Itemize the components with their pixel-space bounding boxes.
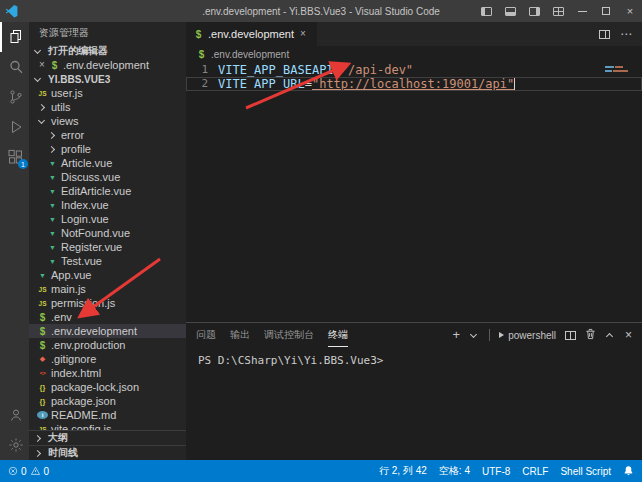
- tree-item-login-vue[interactable]: Login.vue: [29, 212, 186, 226]
- tab-env-development[interactable]: .env.development ×: [186, 22, 317, 46]
- open-editor-item[interactable]: × .env.development: [29, 58, 186, 72]
- tree-item-main-js[interactable]: main.js: [29, 282, 186, 296]
- toggle-sidebar-icon[interactable]: [474, 0, 498, 22]
- maximize-panel-icon[interactable]: [606, 333, 613, 340]
- tree-item-editarticle-vue[interactable]: EditArticle.vue: [29, 184, 186, 198]
- outline-section-header[interactable]: 大纲: [29, 430, 186, 445]
- activity-extensions-button[interactable]: 1: [0, 142, 29, 172]
- code-token-variable: VITE_APP_BASEAPI: [218, 63, 334, 77]
- tree-item-label: main.js: [51, 283, 86, 295]
- account-button[interactable]: [0, 400, 29, 430]
- close-button[interactable]: ×: [618, 0, 642, 22]
- chevron-right-icon: [48, 131, 55, 138]
- terminal-shell-icon: [499, 332, 504, 338]
- tree-item-article-vue[interactable]: Article.vue: [29, 156, 186, 170]
- tree-item-index-vue[interactable]: Index.vue: [29, 198, 186, 212]
- tree-item-gitignore[interactable]: .gitignore: [29, 352, 186, 366]
- tab-output[interactable]: 输出: [230, 323, 250, 347]
- terminal-shell-item[interactable]: powershell: [499, 330, 556, 341]
- split-terminal-icon[interactable]: [565, 331, 576, 340]
- tree-item-discuss-vue[interactable]: Discuss.vue: [29, 170, 186, 184]
- minimap[interactable]: [605, 66, 628, 72]
- restore-button[interactable]: [594, 0, 618, 22]
- code-editor[interactable]: 1 VITE_APP_BASEAPI = "/api-dev" 2 VITE_A…: [186, 62, 642, 322]
- new-terminal-icon[interactable]: +: [453, 330, 461, 340]
- tree-item-label: .env.production: [51, 339, 125, 351]
- tree-item-env[interactable]: .env: [29, 310, 186, 324]
- tree-item-label: .env.development: [51, 325, 137, 337]
- problems-status[interactable]: 0 0: [8, 466, 49, 477]
- code-token-variable: VITE_APP_URL: [218, 77, 305, 91]
- minimize-button[interactable]: [570, 0, 594, 22]
- timeline-label: 时间线: [48, 446, 78, 460]
- chevron-right-icon: [34, 434, 41, 441]
- terminal-output[interactable]: PS D:\CSharp\Yi\Yi.BBS.Vue3>: [186, 347, 642, 460]
- eol-sequence[interactable]: CRLF: [522, 466, 548, 477]
- chevron-down-icon[interactable]: [470, 330, 477, 337]
- tree-item-package-json[interactable]: package.json: [29, 394, 186, 408]
- encoding[interactable]: UTF-8: [482, 466, 510, 477]
- tree-item-notfound-vue[interactable]: NotFound.vue: [29, 226, 186, 240]
- close-icon[interactable]: ×: [37, 60, 47, 70]
- tree-item-utils[interactable]: utils: [29, 100, 186, 114]
- close-tab-icon[interactable]: ×: [298, 29, 308, 39]
- tree-item-views[interactable]: views: [29, 114, 186, 128]
- run-debug-icon: [8, 119, 24, 135]
- toggle-secondary-sidebar-icon[interactable]: [522, 0, 546, 22]
- tree-item-user-js[interactable]: user.js: [29, 86, 186, 100]
- timeline-section-header[interactable]: 时间线: [29, 445, 186, 460]
- tree-item-package-lock-json[interactable]: package-lock.json: [29, 380, 186, 394]
- toggle-panel-icon[interactable]: [498, 0, 522, 22]
- chevron-down-icon: [34, 74, 41, 81]
- json-file-icon: [37, 383, 48, 392]
- window-controls: ×: [474, 0, 642, 22]
- indentation[interactable]: 空格: 4: [439, 464, 470, 478]
- project-root-header[interactable]: YI.BBS.VUE3: [29, 72, 186, 86]
- tree-item-readme-md[interactable]: README.md: [29, 408, 186, 422]
- breadcrumb[interactable]: .env.development: [186, 46, 642, 62]
- activity-search-button[interactable]: [0, 52, 29, 82]
- env-file-icon: [49, 60, 60, 71]
- tree-item-vite-config-js[interactable]: vite.config.js: [29, 422, 186, 430]
- chevron-down-icon: [38, 116, 45, 123]
- workbench: 1 资源管理器 打开的编辑器 × .env.development: [0, 22, 642, 460]
- tree-item-env-production[interactable]: .env.production: [29, 338, 186, 352]
- activity-run-debug-button[interactable]: [0, 112, 29, 142]
- tree-item-label: .gitignore: [51, 353, 96, 365]
- close-panel-icon[interactable]: ×: [625, 328, 632, 342]
- activity-explorer-button[interactable]: [0, 22, 29, 52]
- js-file-icon: [37, 286, 48, 293]
- git-file-icon: [37, 355, 48, 363]
- language-mode[interactable]: Shell Script: [560, 466, 611, 477]
- tab-debug-console[interactable]: 调试控制台: [264, 323, 314, 347]
- minimap-line: [605, 70, 628, 72]
- tree-item-label: views: [51, 115, 79, 127]
- tab-terminal[interactable]: 终端: [328, 323, 348, 347]
- tree-item-profile[interactable]: profile: [29, 142, 186, 156]
- customize-layout-icon[interactable]: [546, 0, 570, 22]
- tree-item-env-development[interactable]: .env.development: [29, 324, 186, 338]
- tab-problems[interactable]: 问题: [196, 323, 216, 347]
- extensions-badge: 1: [18, 159, 28, 169]
- vue-file-icon: [47, 188, 58, 195]
- notifications-bell-icon[interactable]: [623, 465, 634, 477]
- account-icon: [8, 407, 24, 423]
- tree-item-label: Index.vue: [61, 199, 109, 211]
- tree-item-error[interactable]: error: [29, 128, 186, 142]
- tree-item-test-vue[interactable]: Test.vue: [29, 254, 186, 268]
- tree-item-permission-js[interactable]: permission.js: [29, 296, 186, 310]
- activity-source-control-button[interactable]: [0, 82, 29, 112]
- tree-item-register-vue[interactable]: Register.vue: [29, 240, 186, 254]
- tree-item-label: .env: [51, 311, 72, 323]
- settings-button[interactable]: [0, 430, 29, 460]
- files-icon: [8, 29, 24, 45]
- tree-item-app-vue[interactable]: App.vue: [29, 268, 186, 282]
- tree-item-label: Article.vue: [61, 157, 112, 169]
- kill-terminal-icon[interactable]: [585, 326, 596, 344]
- open-editors-header[interactable]: 打开的编辑器: [29, 44, 186, 58]
- cursor-position[interactable]: 行 2, 列 42: [379, 464, 427, 478]
- split-editor-icon[interactable]: [599, 30, 610, 39]
- code-token-url-string[interactable]: "http://localhost:19001/api": [312, 77, 514, 91]
- more-actions-icon[interactable]: ⋯: [620, 29, 632, 39]
- tree-item-index-html[interactable]: index.html: [29, 366, 186, 380]
